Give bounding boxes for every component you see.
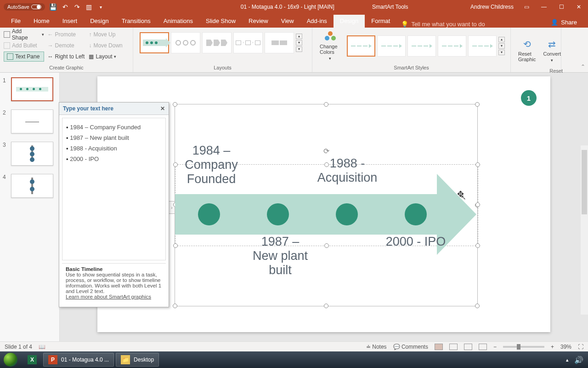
tab-home[interactable]: Home [27,15,56,28]
folder-icon: 📁 [121,355,130,364]
add-bullet-button[interactable]: Add Bullet [4,40,44,51]
timeline-dot-4[interactable] [405,203,427,225]
slide-thumb-4[interactable] [11,174,53,198]
text-pane-item[interactable]: 1987 – New plant built [66,132,162,143]
start-from-beginning-icon[interactable]: ▥ [85,3,93,11]
text-pane-close-icon[interactable]: ✕ [160,105,165,112]
timeline-label-3[interactable]: 1988 - Acquisition [313,156,382,185]
notes-button[interactable]: ≐ Notes [366,344,387,350]
ribbon-tabs: File Home Insert Design Transitions Anim… [0,14,588,28]
powerpoint-taskbar-button[interactable]: P01 - Motagua 4.0 ... [43,353,114,367]
text-pane-editor[interactable]: 1984 – Company Founded 1987 – New plant … [62,118,166,260]
style-item-1[interactable] [347,35,375,57]
add-shape-button[interactable]: Add Shape▾ [4,29,44,40]
slideshow-view-button[interactable] [479,344,487,350]
gallery-down-icon[interactable]: ▾ [296,40,302,46]
tab-smartart-design[interactable]: Design [334,15,365,28]
rotate-handle-icon[interactable]: ⟳ [323,147,329,155]
text-pane-item[interactable]: 2000 - IPO [66,154,162,164]
sorter-view-button[interactable] [449,344,458,350]
text-pane-item[interactable]: 1988 - Acquisition [66,143,162,154]
styles-up-icon[interactable]: ▴ [498,37,505,42]
change-colors-button[interactable]: Change Colors▾ [316,29,344,63]
vertical-scrollbar[interactable] [581,145,588,315]
gallery-more-icon[interactable]: ▾ [296,46,302,52]
change-colors-icon [325,31,336,42]
tab-smartart-format[interactable]: Format [365,15,396,28]
reset-graphic-button[interactable]: ⟲ Reset Graphic [514,29,540,71]
tab-transitions[interactable]: Transitions [115,15,157,28]
tab-addins[interactable]: Add-ins [300,15,334,28]
tab-view[interactable]: View [275,15,300,28]
spellcheck-icon[interactable]: 📖 [39,344,45,350]
share-button[interactable]: 👤 Share [546,17,582,28]
timeline-dot-3[interactable] [336,203,358,225]
timeline-label-4[interactable]: 2000 - IPO [384,235,448,249]
start-button[interactable] [0,351,21,368]
gallery-up-icon[interactable]: ▴ [296,34,302,39]
redo-icon[interactable]: ↷ [74,3,81,11]
zoom-out-button[interactable]: − [493,344,497,350]
minimize-icon[interactable]: — [539,4,548,10]
rtl-button[interactable]: ↔Right to Left [48,52,85,62]
save-icon[interactable]: 💾 [50,3,57,11]
maximize-icon[interactable]: ☐ [557,4,566,10]
user-name[interactable]: Andrew Childress [470,4,514,10]
style-item-2[interactable] [377,35,406,57]
layouts-gallery[interactable]: ›› ▴ ▾ ▾ [137,29,308,56]
title-bar: AutoSave 💾 ↶ ↷ ▥ ▾ 01 - Motagua 4.0 - 16… [0,0,588,14]
layout-item-2[interactable] [171,32,200,53]
styles-down-icon[interactable]: ▾ [498,43,505,49]
excel-taskbar-button[interactable]: X [23,353,41,367]
tab-slideshow[interactable]: Slide Show [199,15,242,28]
autosave-toggle[interactable]: AutoSave [4,3,45,11]
slide-thumb-2[interactable]: ▬▬▬▬▬▬ [11,109,53,133]
timeline-dot-1[interactable] [198,203,220,225]
style-item-4[interactable] [438,35,466,57]
style-item-5[interactable] [468,35,497,57]
tab-file[interactable]: File [5,15,27,28]
text-pane-button[interactable]: Text Pane [4,52,44,62]
slide-thumb-3[interactable] [11,142,53,166]
text-pane-item[interactable]: 1984 – Company Founded [66,122,162,132]
normal-view-button[interactable] [435,344,443,350]
tab-insert[interactable]: Insert [56,15,84,28]
styles-gallery[interactable]: ▴ ▾ ▾ [344,33,507,59]
tab-review[interactable]: Review [242,15,275,28]
text-pane-window[interactable]: Type your text here ✕ 1984 – Company Fou… [59,102,169,307]
promote-button[interactable]: ←Promote [48,29,85,40]
tray-chevron-icon[interactable]: ▴ [566,357,569,363]
move-down-button[interactable]: ↓Move Down [89,40,129,51]
style-item-3[interactable] [407,35,436,57]
smartart-selection-box[interactable]: › ⟳ 1984 – Company Founded [175,104,478,306]
move-up-button[interactable]: ↑Move Up [89,29,129,40]
comments-button[interactable]: 💬 Comments [393,344,428,350]
tab-design[interactable]: Design [84,15,115,28]
close-icon[interactable]: ✕ [574,4,583,10]
tell-me-input[interactable]: 💡 Tell me what you want to do [401,21,485,28]
timeline-label-2[interactable]: 1987 – New plant built [250,235,310,277]
zoom-in-button[interactable]: + [551,344,554,350]
explorer-taskbar-button[interactable]: 📁Desktop [116,353,159,367]
layout-item-4[interactable]: ›› [233,32,263,53]
slide-thumb-1[interactable] [11,77,53,101]
styles-more-icon[interactable]: ▾ [498,50,505,55]
layout-item-1[interactable] [140,32,169,53]
tab-animations[interactable]: Animations [157,15,199,28]
layout-item-5[interactable] [265,32,294,53]
qat-dropdown-icon[interactable]: ▾ [97,3,105,11]
undo-icon[interactable]: ↶ [62,3,69,11]
zoom-slider[interactable] [503,346,544,348]
timeline-label-1[interactable]: 1984 – Company Founded [181,144,241,186]
zoom-level[interactable]: 39% [560,344,571,350]
reading-view-button[interactable] [464,344,472,350]
layout-item-3[interactable] [202,32,232,53]
learn-more-link[interactable]: Learn more about SmartArt graphics [66,294,151,299]
convert-button[interactable]: ⇄ Convert▾ [540,29,565,71]
timeline-dot-2[interactable] [267,203,289,225]
ribbon-display-icon[interactable]: ▭ [522,4,531,10]
slide-counter[interactable]: Slide 1 of 4 [5,344,32,350]
demote-button[interactable]: →Demote [48,40,85,51]
layout-button[interactable]: ▦Layout▾ [89,52,129,62]
taskbar: X P01 - Motagua 4.0 ... 📁Desktop ▴ 🔊 [0,351,588,368]
